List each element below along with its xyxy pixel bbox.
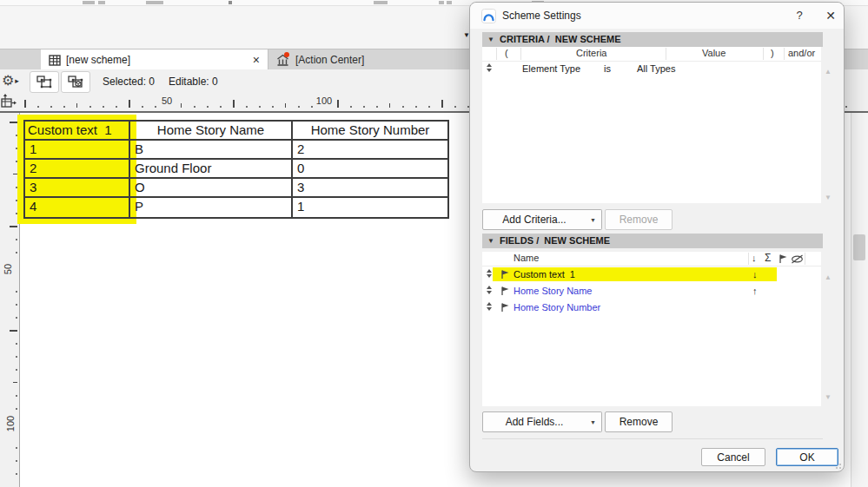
table-cell[interactable]: Ground Floor <box>130 160 293 179</box>
ok-button[interactable]: OK <box>776 448 838 466</box>
app-window: ▼ [new scheme] × [Action Center] <box>0 0 868 487</box>
close-icon[interactable]: ✕ <box>823 8 838 23</box>
help-button[interactable]: ? <box>792 8 807 23</box>
editable-count: Editable: 0 <box>169 76 218 88</box>
select-elements-button[interactable] <box>30 71 59 93</box>
hide-column-icon <box>791 254 804 264</box>
scroll-up-icon[interactable]: ▲ <box>825 274 832 281</box>
criteria-row[interactable]: Element Type is All Types <box>482 62 821 76</box>
remove-field-button[interactable]: Remove <box>605 411 673 432</box>
table-cell[interactable]: 3 <box>25 179 130 198</box>
scroll-up-icon[interactable]: ▲ <box>825 69 832 76</box>
dialog-divider <box>482 438 823 439</box>
col-close-paren: ) <box>771 48 774 58</box>
select-criteria-elements-button[interactable] <box>61 71 90 93</box>
table-cell[interactable]: 1 <box>293 198 447 217</box>
button-label: Cancel <box>717 451 749 464</box>
sort-column-icon: ↓ <box>752 253 757 263</box>
add-fields-button[interactable]: Add Fields... <box>482 411 586 432</box>
toolbar-fragment <box>447 1 452 4</box>
table-cell[interactable]: P <box>130 198 293 217</box>
dropdown-arrow-icon: ▼ <box>590 419 596 425</box>
col-open-paren: ( <box>505 48 508 58</box>
archicad-logo-icon <box>481 9 496 23</box>
column-header[interactable]: Custom text 1 <box>25 122 130 141</box>
table-cell[interactable]: 3 <box>293 179 447 198</box>
field-flag-icon <box>500 269 510 280</box>
button-label: Add Criteria... <box>502 214 566 226</box>
field-name[interactable]: Home Story Number <box>514 302 600 313</box>
table-cell[interactable]: 0 <box>293 160 447 179</box>
sort-direction-icon[interactable]: ↓ <box>752 269 758 280</box>
tab-label: [new scheme] <box>66 54 130 66</box>
col-andor: and/or <box>788 48 815 58</box>
resize-grip[interactable] <box>834 462 841 469</box>
marquee-select-icon <box>36 75 53 89</box>
sort-direction-icon[interactable]: ↑ <box>752 286 758 296</box>
field-name[interactable]: Home Story Name <box>514 286 592 296</box>
collapse-arrow-icon: ▼ <box>487 234 494 248</box>
criteria-list[interactable]: ( Criteria Value ) and/or Element Type i… <box>482 47 821 203</box>
scheme-settings-button[interactable]: ⚙ ▸ <box>2 73 19 89</box>
section-title: FIELDS / NEW SCHEME <box>500 234 610 248</box>
button-label: Remove <box>620 214 659 226</box>
add-criteria-button[interactable]: Add Criteria... <box>482 209 586 230</box>
cancel-button[interactable]: Cancel <box>701 448 765 466</box>
ruler-label: 50 <box>3 264 13 274</box>
tab-new-scheme[interactable]: [new scheme] × <box>41 49 268 70</box>
selected-count: Selected: 0 <box>103 76 155 88</box>
toolbar-fragment <box>374 1 388 4</box>
schedule-table[interactable]: Custom text 1 Home Story Name Home Story… <box>23 120 449 219</box>
dropdown-arrow-icon: ▼ <box>590 217 596 223</box>
flag-column-icon <box>778 253 788 264</box>
fields-section-header[interactable]: ▼ FIELDS / NEW SCHEME <box>482 234 823 248</box>
criteria-value[interactable]: All Types <box>637 63 675 74</box>
col-criteria: Criteria <box>576 48 606 58</box>
tab-label: [Action Center] <box>295 54 364 66</box>
table-cell[interactable]: 4 <box>25 198 130 217</box>
field-row-home-story-number[interactable]: Home Story Number <box>482 300 821 314</box>
marquee-cube-select-icon <box>67 75 84 89</box>
add-fields-dropdown[interactable]: ▼ <box>585 411 602 432</box>
ruler-origin-button[interactable] <box>0 94 19 111</box>
fields-list-header: Name ↓ Σ <box>482 252 821 267</box>
collapse-arrow-icon: ▼ <box>487 32 494 47</box>
scroll-down-icon[interactable]: ▼ <box>825 394 832 401</box>
table-cell[interactable]: 1 <box>25 141 130 160</box>
button-label: Remove <box>620 416 659 428</box>
criteria-operator[interactable]: is <box>604 63 611 74</box>
toolbar-fragment <box>439 1 444 4</box>
col-name: Name <box>514 253 539 263</box>
field-name[interactable]: Custom text 1 <box>514 269 575 280</box>
column-header[interactable]: Home Story Name <box>130 122 293 141</box>
table-origin-icon <box>0 94 17 109</box>
add-criteria-dropdown[interactable]: ▼ <box>585 209 602 230</box>
criteria-name[interactable]: Element Type <box>522 63 580 74</box>
field-row-custom-text[interactable]: Custom text 1 ↓ <box>482 267 821 281</box>
remove-criteria-button[interactable]: Remove <box>605 209 673 230</box>
scroll-down-icon[interactable]: ▼ <box>825 194 832 201</box>
criteria-section-header[interactable]: ▼ CRITERIA / NEW SCHEME <box>482 32 823 47</box>
drag-handle[interactable] <box>486 269 493 278</box>
drag-handle[interactable] <box>486 302 493 311</box>
sum-column-icon: Σ <box>765 252 771 264</box>
notification-badge <box>284 52 289 57</box>
table-cell[interactable]: 2 <box>293 141 447 160</box>
table-cell[interactable]: O <box>130 179 293 198</box>
toolbar-fragment <box>98 1 105 4</box>
gear-icon: ⚙ <box>2 73 14 89</box>
field-flag-icon <box>500 286 510 296</box>
scrollbar-thumb[interactable] <box>853 234 865 260</box>
tab-close-icon[interactable]: × <box>253 54 260 66</box>
drag-handle[interactable] <box>486 63 493 72</box>
column-header[interactable]: Home Story Number <box>293 122 447 141</box>
fields-list[interactable]: Name ↓ Σ Custom <box>482 252 821 406</box>
table-cell[interactable]: 2 <box>25 160 130 179</box>
drag-handle[interactable] <box>486 286 493 294</box>
dialog-titlebar[interactable]: Scheme Settings ? ✕ <box>470 3 844 29</box>
scheme-settings-dialog: Scheme Settings ? ✕ ▼ CRITERIA / NEW SCH… <box>469 2 845 472</box>
field-row-home-story-name[interactable]: Home Story Name ↑ <box>482 284 821 298</box>
canvas-scrollbar[interactable] <box>851 113 868 487</box>
table-cell[interactable]: B <box>130 141 293 160</box>
button-label: Add Fields... <box>506 416 564 428</box>
